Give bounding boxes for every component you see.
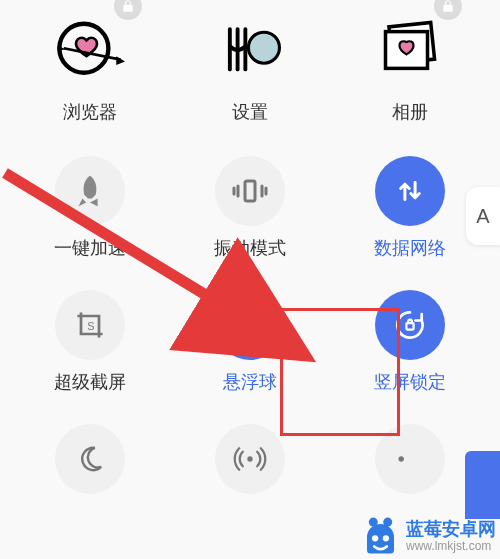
app-browser[interactable]: 浏览器 (15, 10, 165, 124)
fork-plate-icon (219, 19, 281, 81)
app-label: 相册 (392, 100, 428, 124)
watermark-url: www.lmkjst.com (406, 540, 496, 554)
app-label: 设置 (232, 100, 268, 124)
watermark-title: 蓝莓安卓网 (406, 519, 496, 540)
watermark: 蓝莓安卓网 www.lmkjst.com (358, 514, 496, 559)
app-settings[interactable]: 设置 (175, 10, 325, 124)
crop-icon: S (55, 290, 125, 360)
svg-point-12 (248, 323, 253, 328)
svg-point-18 (383, 518, 392, 527)
hotspot-icon (215, 424, 285, 494)
heart-arrow-icon (55, 19, 125, 81)
font-size-button[interactable]: A (466, 187, 500, 245)
qs-nightmode[interactable] (15, 424, 165, 494)
app-gallery[interactable]: 相册 (335, 10, 485, 124)
quick-settings-grid: 一键加速 振动模式 数据网络 S 超级截屏 悬浮球 竖屏锁定 (0, 146, 500, 494)
qs-label: 一键加速 (54, 236, 126, 260)
vibrate-icon (215, 156, 285, 226)
side-button-label: A (476, 205, 489, 228)
qs-boost[interactable]: 一键加速 (15, 156, 165, 260)
target-icon (215, 290, 285, 360)
svg-text:S: S (87, 320, 94, 332)
svg-point-14 (247, 456, 252, 461)
rocket-icon (55, 156, 125, 226)
qs-vibrate[interactable]: 振动模式 (175, 156, 325, 260)
side-panel-tab[interactable] (465, 451, 500, 519)
svg-point-19 (372, 535, 378, 541)
lock-icon (434, 0, 462, 20)
photo-stack-icon (375, 19, 445, 81)
qs-rotation-lock[interactable]: 竖屏锁定 (335, 290, 485, 394)
moon-icon (55, 424, 125, 494)
qs-label: 超级截屏 (54, 370, 126, 394)
qs-screenshot[interactable]: S 超级截屏 (15, 290, 165, 394)
dots-icon (375, 424, 445, 494)
qs-label: 数据网络 (374, 236, 446, 260)
datalink-icon (375, 156, 445, 226)
svg-point-20 (383, 535, 389, 541)
qs-label: 悬浮球 (223, 370, 277, 394)
svg-rect-13 (406, 323, 413, 329)
app-label: 浏览器 (63, 100, 117, 124)
qs-hotspot[interactable] (175, 424, 325, 494)
svg-point-17 (369, 518, 378, 527)
svg-rect-8 (245, 181, 255, 201)
qs-label: 振动模式 (214, 236, 286, 260)
svg-point-5 (248, 32, 279, 63)
qs-floatball[interactable]: 悬浮球 (175, 290, 325, 394)
rotation-lock-icon (375, 290, 445, 360)
svg-point-15 (399, 456, 404, 461)
qs-label: 竖屏锁定 (374, 370, 446, 394)
lock-icon (114, 0, 142, 20)
qs-more[interactable] (335, 424, 485, 494)
app-row: 浏览器 设置 相册 (0, 0, 500, 124)
watermark-icon (358, 514, 403, 559)
qs-data[interactable]: 数据网络 (335, 156, 485, 260)
